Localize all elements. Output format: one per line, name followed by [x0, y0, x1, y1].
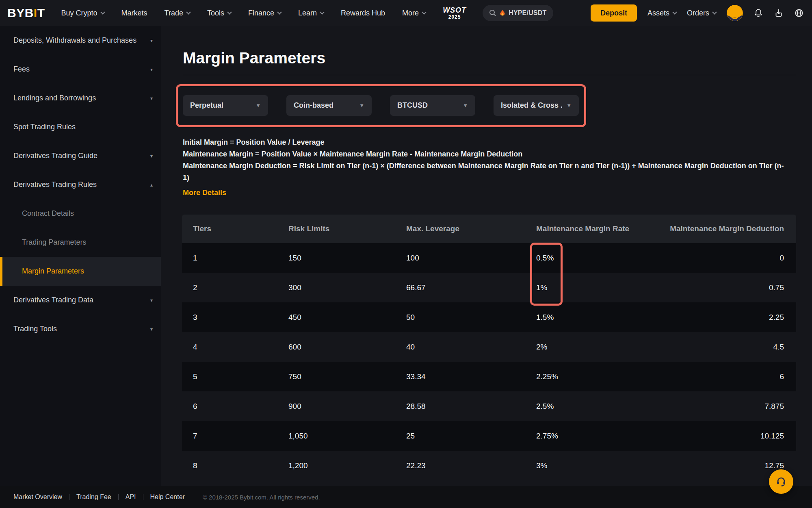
dropdown-contract-symbol[interactable]: BTCUSD ▼ — [390, 95, 475, 116]
download-app-button[interactable] — [774, 8, 784, 18]
assets-menu[interactable]: Assets — [647, 9, 676, 17]
sidebar-item-trading-tools[interactable]: Trading Tools▾ — [0, 315, 161, 343]
chevron-down-icon — [422, 10, 426, 14]
cell-tier: 4 — [193, 343, 197, 352]
chevron-down-icon — [320, 10, 324, 14]
dropdown-settlement-type[interactable]: Coin-based ▼ — [286, 95, 372, 116]
cell-mm-deduction: 12.75 — [764, 461, 784, 470]
nav-item-rewards-hub[interactable]: Rewards Hub — [341, 9, 385, 17]
formula-block: Initial Margin = Position Value / Levera… — [183, 137, 784, 199]
cell-mm-deduction: 0.75 — [769, 283, 784, 292]
sidebar-item-deposits-withdrawals[interactable]: Deposits, Withdrawals and Purchases▾ — [0, 26, 161, 55]
nav-item-buy-crypto[interactable]: Buy Crypto — [61, 9, 104, 17]
cell-mm-rate: 2.25% — [536, 372, 558, 381]
sidebar-item-fees[interactable]: Fees▾ — [0, 55, 161, 84]
cell-risk-limit: 150 — [288, 254, 301, 263]
table-row: 7 1,050 25 2.75% 10.125 — [182, 421, 796, 451]
chevron-up-icon: ▴ — [150, 182, 153, 188]
bell-icon — [754, 8, 763, 18]
cell-mm-rate: 1.5% — [536, 313, 554, 322]
cell-mm-rate: 3% — [536, 461, 547, 470]
footer-link-market-overview[interactable]: Market Overview — [13, 493, 62, 501]
chevron-down-icon: ▾ — [150, 153, 153, 159]
sidebar: Deposits, Withdrawals and Purchases▾ Fee… — [0, 26, 161, 486]
sidebar-item-contract-details[interactable]: Contract Details — [0, 199, 161, 228]
notifications-button[interactable] — [754, 8, 763, 18]
table-row: 6 900 28.58 2.5% 7.875 — [182, 391, 796, 421]
table-row: 2 300 66.67 1% 0.75 — [182, 273, 796, 302]
more-details-link[interactable]: More Details — [183, 187, 226, 199]
cell-risk-limit: 750 — [288, 372, 301, 381]
cell-tier: 1 — [193, 254, 197, 263]
dropdown-arrow-icon: ▼ — [251, 102, 261, 109]
nav-item-markets[interactable]: Markets — [121, 9, 147, 17]
search-input[interactable]: HYPE/USDT — [483, 5, 553, 21]
search-query: HYPE/USDT — [509, 9, 546, 17]
dropdown-product-type[interactable]: Perpetual ▼ — [183, 95, 268, 116]
cell-risk-limit: 900 — [288, 402, 301, 411]
sidebar-item-trading-parameters[interactable]: Trading Parameters — [0, 228, 161, 257]
download-icon — [774, 8, 784, 18]
sidebar-item-lendings-borrowings[interactable]: Lendings and Borrowings▾ — [0, 84, 161, 113]
formula-maintenance-margin-deduction: Maintenance Margin Deduction = Risk Limi… — [183, 160, 784, 172]
wsot-2025-logo[interactable]: WSOT 2025 — [443, 7, 466, 20]
dropdown-arrow-icon: ▼ — [459, 102, 468, 109]
formula-initial-margin: Initial Margin = Position Value / Levera… — [183, 137, 784, 148]
bybit-logo[interactable]: BYBIT — [7, 6, 45, 20]
language-button[interactable] — [794, 8, 804, 18]
cell-mm-rate: 2% — [536, 343, 547, 352]
formula-wrap-line: 1) — [183, 172, 784, 184]
cell-max-leverage: 40 — [406, 343, 415, 352]
title-divider — [183, 75, 796, 75]
nav-item-tools[interactable]: Tools — [207, 9, 231, 17]
nav-item-finance[interactable]: Finance — [248, 9, 281, 17]
logo-text-2: T — [37, 6, 45, 20]
support-chat-button[interactable] — [769, 469, 793, 494]
cell-mm-rate: 2.75% — [536, 432, 558, 441]
nav-item-trade[interactable]: Trade — [165, 9, 190, 17]
footer: Market Overview Trading Fee API Help Cen… — [0, 486, 812, 508]
footer-divider — [143, 494, 143, 500]
sidebar-item-derivatives-trading-data[interactable]: Derivatives Trading Data▾ — [0, 286, 161, 315]
cell-mm-rate: 0.5% — [536, 254, 554, 263]
cell-risk-limit: 1,050 — [288, 432, 308, 441]
cell-risk-limit: 300 — [288, 283, 301, 292]
chevron-down-icon: ▾ — [150, 67, 153, 72]
table-row: 4 600 40 2% 4.5 — [182, 332, 796, 362]
footer-divider — [69, 494, 69, 500]
table-row: 5 750 33.34 2.25% 6 — [182, 362, 796, 391]
globe-icon — [794, 8, 804, 18]
footer-link-trading-fee[interactable]: Trading Fee — [76, 493, 111, 501]
sidebar-item-derivatives-trading-rules[interactable]: Derivatives Trading Rules▴ — [0, 170, 161, 199]
avatar[interactable] — [727, 5, 743, 21]
orders-menu[interactable]: Orders — [687, 9, 716, 17]
search-icon — [489, 9, 496, 17]
cell-max-leverage: 25 — [406, 432, 415, 441]
sidebar-item-spot-trading-rules[interactable]: Spot Trading Rules — [0, 113, 161, 141]
page-title: Margin Parameters — [183, 49, 325, 67]
chevron-down-icon — [186, 10, 191, 14]
footer-divider — [118, 494, 119, 500]
cell-max-leverage: 66.67 — [406, 283, 426, 292]
col-header-tiers: Tiers — [193, 224, 211, 233]
cell-mm-deduction: 10.125 — [760, 432, 784, 441]
cell-tier: 7 — [193, 432, 197, 441]
cell-mm-deduction: 6 — [780, 372, 784, 381]
footer-link-api[interactable]: API — [126, 493, 136, 501]
deposit-button[interactable]: Deposit — [591, 4, 637, 22]
sidebar-item-margin-parameters[interactable]: Margin Parameters — [0, 257, 161, 286]
dropdown-arrow-icon: ▼ — [562, 102, 572, 109]
nav-item-more[interactable]: More — [402, 9, 426, 17]
cell-mm-deduction: 2.25 — [769, 313, 784, 322]
cell-mm-rate: 2.5% — [536, 402, 554, 411]
cell-mm-rate: 1% — [536, 283, 547, 292]
filter-bar: Perpetual ▼ Coin-based ▼ BTCUSD ▼ Isolat… — [183, 95, 579, 116]
nav-item-learn[interactable]: Learn — [298, 9, 324, 17]
dropdown-margin-mode[interactable]: Isolated & Cross ... ▼ — [494, 95, 579, 116]
col-header-mm-rate: Maintenance Margin Rate — [536, 224, 629, 233]
table-row: 8 1,200 22.23 3% 12.75 — [182, 451, 796, 480]
chevron-down-icon: ▾ — [150, 326, 153, 332]
cell-mm-deduction: 0 — [780, 254, 784, 263]
sidebar-item-derivatives-trading-guide[interactable]: Derivatives Trading Guide▾ — [0, 141, 161, 170]
footer-link-help-center[interactable]: Help Center — [150, 493, 185, 501]
